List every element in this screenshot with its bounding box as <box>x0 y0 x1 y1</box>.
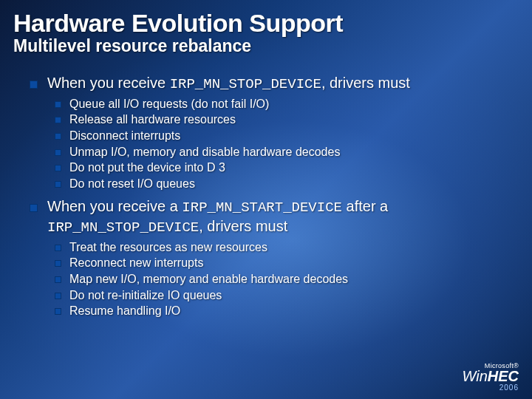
section2-lead-pre: When you receive a <box>47 198 182 214</box>
list-item: Resume handling I/O <box>55 303 513 319</box>
bullet-list-level1: When you receive a IRP_MN_START_DEVICE a… <box>30 197 513 237</box>
slide-title: Hardware Evolution Support <box>13 9 519 38</box>
winhec-logo: Microsoft® WinHEC 2006 <box>462 362 519 392</box>
slide-body: When you receive IRP_MN_STOP_DEVICE, dri… <box>0 61 532 319</box>
section1-lead-pre: When you receive <box>47 75 170 91</box>
list-item: Map new I/O, memory and enable hardware … <box>55 271 513 287</box>
logo-hec: HEC <box>488 368 519 384</box>
list-item: Reconnect new interrupts <box>55 255 513 271</box>
section1-lead-code: IRP_MN_STOP_DEVICE <box>170 76 321 92</box>
list-item: Do not put the device into D 3 <box>55 160 513 176</box>
section1-items: Queue all I/O requests (do not fail I/O)… <box>55 96 513 192</box>
section1-lead-post: , drivers must <box>321 75 410 91</box>
title-block: Hardware Evolution Support Multilevel re… <box>0 0 532 61</box>
section2-items: Treat the resources as new resources Rec… <box>55 239 513 319</box>
logo-winhec: WinHEC <box>462 369 519 383</box>
list-item: Do not re-initialize IO queues <box>55 287 513 304</box>
section1-heading: When you receive IRP_MN_STOP_DEVICE, dri… <box>30 74 513 94</box>
list-item: Do not reset I/O queues <box>55 176 513 192</box>
slide-subtitle: Multilevel resource rebalance <box>13 36 519 56</box>
list-item: Disconnect interrupts <box>55 128 513 144</box>
list-item: Unmap I/O, memory and disable hardware d… <box>55 144 513 160</box>
bullet-list-level1: When you receive IRP_MN_STOP_DEVICE, dri… <box>30 74 513 94</box>
section2-lead-code2: IRP_MN_STOP_DEVICE <box>47 219 199 236</box>
section2-lead-code1: IRP_MN_START_DEVICE <box>182 200 342 216</box>
list-item: Queue all I/O requests (do not fail I/O) <box>55 96 513 112</box>
list-item: Treat the resources as new resources <box>55 239 513 256</box>
logo-win: Win <box>462 368 487 384</box>
logo-year: 2006 <box>462 383 519 392</box>
section2-lead-post: , drivers must <box>199 218 287 234</box>
list-item: Release all hardware resources <box>55 112 513 128</box>
section2-lead-mid: after a <box>342 198 388 214</box>
section2-heading: When you receive a IRP_MN_START_DEVICE a… <box>30 197 513 237</box>
